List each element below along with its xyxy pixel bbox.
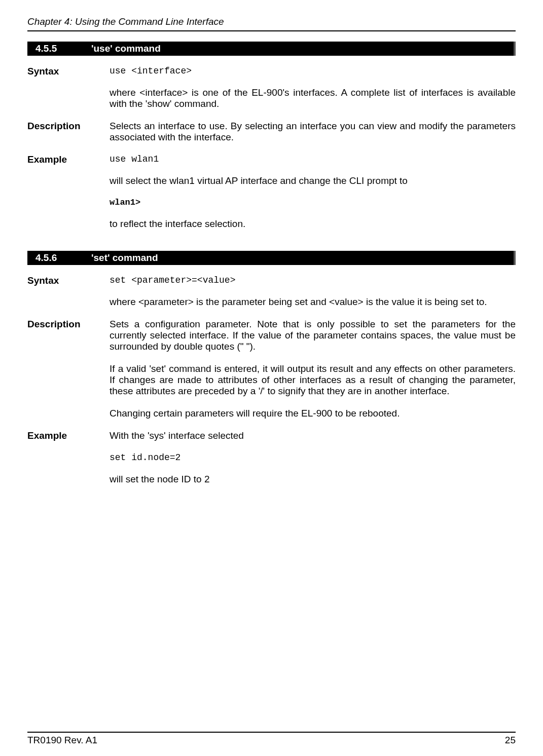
section-456-bar: 4.5.6 'set' command [27,251,516,265]
footer-rule [27,732,516,733]
example-label: Example [27,154,110,230]
example-label: Example [27,430,110,485]
description-text: Changing certain parameters will require… [110,408,516,419]
footer-doc-rev: TR0190 Rev. A1 [27,735,97,746]
example-text: will select the wlan1 virtual AP interfa… [110,175,516,186]
description-label: Description [27,319,110,419]
header-rule [27,30,516,31]
example-text: to reflect the interface selection. [110,218,516,230]
description-text: Selects an interface to use. By selectin… [110,121,516,143]
syntax-note: where <parameter> is the parameter being… [110,296,516,308]
description-text: Sets a configuration parameter. Note tha… [110,319,516,352]
page-footer: TR0190 Rev. A1 25 [27,732,516,746]
syntax-note: where <interface> is one of the EL-900's… [110,87,516,109]
syntax-label: Syntax [27,275,110,308]
section-number: 4.5.6 [35,252,91,263]
section-title: 'set' command [91,252,158,263]
syntax-label: Syntax [27,66,110,109]
section-number: 4.5.5 [35,43,91,54]
chapter-header: Chapter 4: Using the Command Line Interf… [27,16,516,27]
example-code: set id.node=2 [110,452,516,463]
section-455-bar: 4.5.5 'use' command [27,42,516,56]
section-title: 'use' command [91,43,161,54]
description-text: If a valid 'set' command is entered, it … [110,363,516,397]
example-prompt: wlan1> [110,198,516,207]
syntax-code: set <parameter>=<value> [110,275,516,285]
footer-page-number: 25 [505,735,516,746]
syntax-code: use <interface> [110,66,516,76]
example-code: use wlan1 [110,154,516,164]
example-intro: With the 'sys' interface selected [110,430,516,441]
description-label: Description [27,121,110,143]
example-result: will set the node ID to 2 [110,474,516,485]
